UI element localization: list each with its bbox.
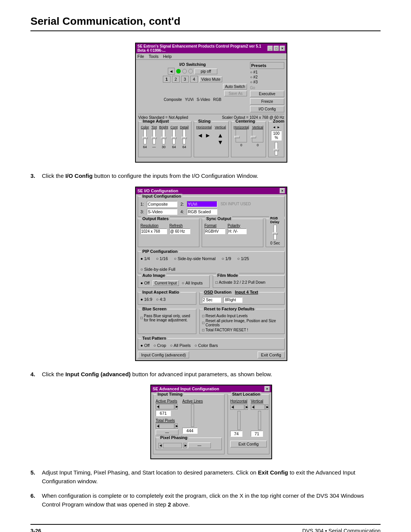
input-config-advanced-btn[interactable]: Input Config (advanced) — [138, 351, 189, 358]
circle-1 — [182, 69, 187, 73]
circle-2 — [188, 69, 193, 73]
aspect-169: ● 16:9 — [140, 297, 152, 302]
menu-help[interactable]: Help — [163, 54, 172, 59]
adv-config-window: SE Advanced Input Configuration × Input … — [150, 385, 272, 459]
v-start-label: Vertical — [251, 399, 268, 403]
adv-config-screenshot: SE Advanced Input Configuration × Input … — [42, 385, 381, 459]
aspect-ratio-label: Input Aspect Ratio — [141, 290, 180, 294]
io-config-btn[interactable]: I/O Config — [250, 106, 284, 112]
input1-btn[interactable]: 1 — [163, 76, 170, 83]
pip-config-group: PIP Configuration ● 1/4 ○ 1/16 ○ Side-by… — [138, 251, 285, 273]
polarity-select[interactable]: H: /V- — [228, 228, 247, 234]
centering-label: Centering — [234, 119, 256, 123]
composite-label: Composite — [164, 97, 182, 102]
step-6-after: above. — [171, 501, 190, 508]
left-arrow: ◄ — [168, 68, 175, 75]
input4-label: 4: — [180, 209, 184, 214]
v-sizing: Vertical ▲▼ — [215, 125, 226, 149]
zoom-label: Zoom — [272, 119, 285, 123]
test-all-pixels: ○ All Pixels — [170, 343, 191, 348]
step-4-number: 4. — [30, 371, 42, 377]
step-5-number: 5. — [30, 469, 42, 476]
video-mute-btn[interactable]: Video Mute — [199, 77, 222, 82]
active-pixels-label: Active Pixels — [156, 399, 178, 403]
h-right: ► — [245, 404, 248, 410]
exit-config-btn[interactable]: Exit Config — [258, 351, 285, 358]
image-adjust-label: Image Adjust — [142, 119, 170, 123]
active-lines-col: Active Lines 444 — [182, 399, 203, 435]
test-crop: ○ Crop — [153, 343, 166, 348]
adv-exit-config-btn[interactable]: Exit Config — [230, 441, 267, 447]
input1-select[interactable]: Composite — [147, 201, 177, 207]
main-app-titlebar: SE Extron's Signal Enhancement Products … — [136, 43, 287, 53]
sdi-used: SDI INPUT USED — [220, 202, 251, 206]
titlebar-buttons: _ □ × — [268, 46, 285, 51]
preset1: ○ #1 — [250, 70, 284, 74]
input1-label: 1: — [140, 202, 144, 206]
adv-close-btn[interactable]: × — [264, 386, 270, 391]
menu-file[interactable]: File — [137, 54, 144, 59]
io-config-screenshot: SE I/O Configuration × Input Configurati… — [42, 187, 381, 361]
step-5-text: Adjust Input Timing, Pixel Phasing, and … — [42, 468, 381, 486]
input-config-group: Input Configuration 1: Composite 2: YUVi… — [138, 196, 285, 217]
maximize-btn[interactable]: □ — [274, 46, 279, 51]
step-5-row: 5. Adjust Input Timing, Pixel Phasing, a… — [30, 468, 381, 486]
input2-btn[interactable]: 2 — [172, 76, 180, 83]
pp-dash[interactable]: — — [188, 443, 211, 448]
auto-image-group: Auto Image ● Off Current Input ○ All Inp… — [138, 275, 210, 288]
refresh-select[interactable]: @ 60 Hz — [169, 228, 190, 234]
io-config-window: SE I/O Configuration × Input Configurati… — [135, 187, 287, 361]
adv-exit-btn-container: Exit Config — [230, 441, 267, 447]
pip-off-btn[interactable]: pip off — [194, 69, 217, 74]
sync-output-group: Sync Output Format RGBHV Polarity H: /V- — [202, 219, 263, 247]
menu-tools[interactable]: Tools — [149, 54, 159, 59]
step-3-row: 3. Click the I/O Config button to config… — [30, 172, 381, 181]
input3-label: 3: — [140, 209, 144, 214]
close-btn[interactable]: × — [280, 46, 285, 51]
pip-14: ● 1/4 — [140, 256, 150, 261]
input3-select[interactable]: S-Video — [147, 209, 177, 215]
h-start-label: Horizontal — [230, 399, 248, 403]
freeze-btn[interactable]: Freeze — [250, 98, 284, 105]
sizing-label: Sizing — [197, 119, 212, 123]
format-select[interactable]: RGBHV — [204, 228, 225, 234]
pip-config-label: PIP Configuration — [141, 249, 179, 254]
total-pixels-dash[interactable]: — — [156, 430, 178, 435]
test-off: ● Off — [140, 343, 150, 348]
input3-btn[interactable]: 3 — [181, 76, 189, 83]
rgb-delay-label: RGB Delay — [269, 216, 284, 224]
aspect-43: ○ 4:3 — [156, 297, 166, 302]
input2-select[interactable]: YUVi — [187, 201, 217, 207]
test-pattern-label: Test Pattern — [141, 336, 167, 340]
auto-film-row: Auto Image ● Off Current Input ○ All Inp… — [138, 275, 285, 290]
pixel-phasing-label: Pixel Phasing — [159, 435, 189, 440]
input4-select[interactable]: RGB Scaled — [187, 209, 217, 215]
cont-adjust: Cont 64 — [170, 125, 178, 149]
executive-btn[interactable]: Executive — [250, 91, 284, 97]
page-footer: 3-26 DVS 304 • Serial Communication — [30, 524, 381, 532]
v-left: ◄ — [251, 404, 254, 410]
save-as-btn[interactable]: Save As — [224, 91, 247, 96]
h-sizing: Horizontal ◄ ► — [196, 125, 212, 149]
auto-switch-btn[interactable]: Auto Switch — [223, 84, 247, 89]
step-4-bold: Input Config (advanced) — [65, 371, 131, 377]
input-timing-label: Input Timing — [156, 392, 184, 396]
current-input-btn[interactable]: Current Input — [153, 280, 178, 286]
io-config-close-btn[interactable]: × — [280, 188, 285, 193]
adv-config-content: Input Timing Active Pixels ◄ ► 671 Total… — [151, 392, 271, 459]
step-3-text: Click the I/O Config button to configure… — [42, 172, 381, 181]
h-centering: Horizontal 0 — [234, 125, 249, 147]
main-app-title: SE Extron's Signal Enhancement Products … — [137, 44, 268, 53]
duration-select[interactable]: 2 Sec — [202, 297, 221, 303]
h-start-col: Horizontal ◄ ► 74 — [230, 399, 248, 437]
al-slider — [191, 404, 194, 427]
blue-screen-label: Blue Screen — [141, 307, 168, 311]
input4-btn[interactable]: 4 — [190, 76, 198, 83]
presets-label: Presets — [250, 62, 284, 69]
resolution-select[interactable]: 1024 x 768 — [140, 228, 167, 234]
minimize-btn[interactable]: _ — [268, 46, 273, 51]
v-value: 71 — [251, 431, 263, 437]
v-right: ► — [265, 404, 268, 410]
adv-config-titlebar: SE Advanced Input Configuration × — [151, 385, 271, 392]
preset3: ○ #3 — [250, 80, 284, 84]
